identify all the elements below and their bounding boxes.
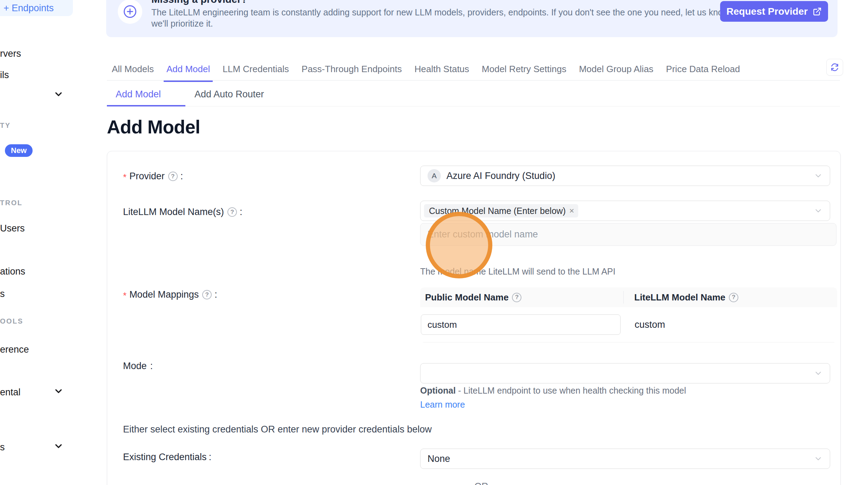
sidebar-item-label: + Endpoints xyxy=(4,3,54,14)
help-question-icon[interactable]: ? xyxy=(729,293,738,302)
mode-helper-text: Optional - LiteLLM endpoint to use when … xyxy=(420,383,708,411)
sidebar-item-endpoints[interactable]: + Endpoints xyxy=(0,0,73,16)
question-glyph: ? xyxy=(171,173,175,180)
sidebar-item-label: ils xyxy=(0,70,9,80)
sidebar-item-label: rvers xyxy=(0,48,21,59)
tab-model-retry-settings[interactable]: Model Retry Settings xyxy=(482,64,566,77)
sidebar-item-label: ations xyxy=(0,266,25,277)
existing-credentials-label: Existing Credentials xyxy=(123,452,207,463)
question-glyph: ? xyxy=(230,209,234,216)
existing-credentials-label-row: Existing Credentials : xyxy=(123,452,211,463)
chevron-down-icon xyxy=(814,454,823,463)
mode-helper-rest: - LiteLLM endpoint to use when health ch… xyxy=(456,386,686,395)
provider-select-value: Azure AI Foundry (Studio) xyxy=(446,171,555,181)
tab-all-models[interactable]: All Models xyxy=(112,64,154,77)
tab-model-group-alias[interactable]: Model Group Alias xyxy=(579,64,653,77)
provider-select[interactable]: A Azure AI Foundry (Studio) xyxy=(420,166,830,186)
custom-model-name-input[interactable] xyxy=(420,223,836,246)
public-model-name-cell xyxy=(420,314,623,335)
refresh-icon xyxy=(830,63,839,72)
question-glyph: ? xyxy=(205,291,209,298)
mappings-table-row: custom xyxy=(420,307,837,342)
model-mappings-label: Model Mappings xyxy=(129,289,199,300)
sidebar-section-trol: TROL xyxy=(0,199,22,207)
litellm-model-name-cell: custom xyxy=(623,319,665,330)
mode-label-row: Mode : xyxy=(123,361,153,372)
chevron-down-icon xyxy=(814,206,823,215)
remove-tag-icon[interactable]: × xyxy=(569,206,574,216)
required-asterisk: * xyxy=(123,290,127,301)
sidebar-item-servers[interactable]: rvers xyxy=(0,48,21,59)
chevron-down-icon[interactable] xyxy=(53,386,64,398)
help-question-icon[interactable]: ? xyxy=(168,172,178,181)
question-glyph: ? xyxy=(732,294,735,301)
plus-circle-icon xyxy=(118,0,142,24)
model-name-tag-label: Custom Model Name (Enter below) xyxy=(429,206,566,216)
sidebar-item-ental[interactable]: ental xyxy=(0,387,21,398)
sidebar-section-label: TROL xyxy=(0,199,22,207)
sidebar: + Endpoints rvers ils TY New TROL Users … xyxy=(0,0,73,485)
model-mappings-label-row: * Model Mappings ? : xyxy=(123,289,217,300)
learn-more-link[interactable]: Learn more xyxy=(420,400,465,409)
tab-add-model[interactable]: Add Model xyxy=(166,64,210,77)
help-question-icon[interactable]: ? xyxy=(202,290,212,299)
sidebar-item-label: s xyxy=(0,289,5,299)
required-asterisk: * xyxy=(123,172,127,183)
sidebar-item-ations[interactable]: ations xyxy=(0,266,25,277)
new-badge: New xyxy=(5,144,33,157)
existing-credentials-select[interactable]: None xyxy=(420,449,830,469)
sidebar-item-s2[interactable]: s xyxy=(0,442,5,453)
model-names-label-row: LiteLLM Model Name(s) ? : xyxy=(123,207,242,217)
request-provider-button[interactable]: Request Provider xyxy=(720,1,828,22)
model-names-multiselect[interactable]: Custom Model Name (Enter below) × xyxy=(420,201,830,221)
chevron-down-icon xyxy=(814,369,823,378)
mode-select[interactable] xyxy=(420,363,830,383)
public-model-name-input[interactable] xyxy=(421,314,621,335)
optional-label: Optional xyxy=(420,386,456,395)
sidebar-section-ools: OOLS xyxy=(0,317,23,325)
sidebar-item-label: Users xyxy=(0,223,25,234)
refresh-button[interactable] xyxy=(826,59,843,76)
sidebar-item-erence[interactable]: erence xyxy=(0,344,29,355)
tab-pass-through-endpoints[interactable]: Pass-Through Endpoints xyxy=(302,64,402,77)
banner-text-line1: The LiteLLM engineering team is constant… xyxy=(151,7,746,18)
sidebar-item-s1[interactable]: s xyxy=(0,289,5,299)
custom-model-name-helper: The model name LiteLLM will send to the … xyxy=(420,266,615,277)
label-colon: : xyxy=(240,207,242,217)
page-title: Add Model xyxy=(107,116,200,138)
public-model-name-header: Public Model Name ? xyxy=(420,292,623,303)
label-colon: : xyxy=(209,452,212,463)
help-question-icon[interactable]: ? xyxy=(227,207,237,217)
model-name-tag: Custom Model Name (Enter below) × xyxy=(424,204,578,217)
mappings-table-header: Public Model Name ? LiteLLM Model Name ? xyxy=(420,287,837,307)
sidebar-item-label: s xyxy=(0,442,5,452)
banner-title: Missing a provider? xyxy=(151,0,247,5)
add-model-subtabs: Add Model Add Auto Router xyxy=(107,86,840,106)
add-model-form-card: * Provider ? : A Azure AI Foundry (Studi… xyxy=(107,151,841,485)
subtab-add-model[interactable]: Add Model xyxy=(107,86,185,106)
help-question-icon[interactable]: ? xyxy=(512,293,521,302)
sidebar-section-label: OOLS xyxy=(0,317,23,325)
provider-avatar: A xyxy=(428,169,441,182)
external-link-icon xyxy=(813,7,822,16)
chevron-down-icon[interactable] xyxy=(53,441,64,453)
sidebar-item-label: erence xyxy=(0,344,29,355)
sidebar-item-users[interactable]: Users xyxy=(0,223,25,234)
credentials-note: Either select existing credentials OR en… xyxy=(123,424,432,435)
sidebar-section-ty: TY xyxy=(0,122,11,130)
label-colon: : xyxy=(150,361,153,372)
tab-llm-credentials[interactable]: LLM Credentials xyxy=(223,64,289,77)
sidebar-item-ils[interactable]: ils xyxy=(0,70,9,81)
provider-label-row: * Provider ? : xyxy=(123,171,183,182)
avatar-letter: A xyxy=(432,172,437,180)
label-colon: : xyxy=(180,171,183,182)
column-header-label: LiteLLM Model Name xyxy=(634,292,725,303)
tab-health-status[interactable]: Health Status xyxy=(415,64,469,77)
or-divider: OR xyxy=(474,481,488,485)
mode-label: Mode xyxy=(123,361,147,372)
chevron-down-icon[interactable] xyxy=(53,89,64,101)
sidebar-section-label: TY xyxy=(0,122,11,129)
question-glyph: ? xyxy=(515,294,519,301)
tab-price-data-reload[interactable]: Price Data Reload xyxy=(666,64,740,77)
subtab-add-auto-router[interactable]: Add Auto Router xyxy=(185,86,279,104)
